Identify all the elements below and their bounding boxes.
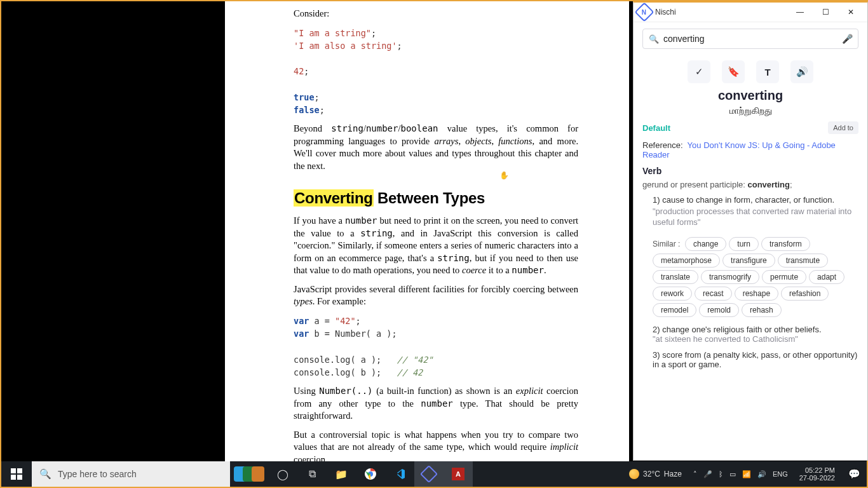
weather-temp: 32°C [643,470,660,478]
similar-chip[interactable]: adapt [809,270,844,284]
taskbar: 🔍 Type here to search ◯ ⧉ 📁 A 32°C Haze … [1,461,867,487]
news-widget[interactable] [230,466,268,482]
part-of-speech: Verb [642,166,858,176]
bluetooth-icon[interactable]: ᛒ [719,470,723,478]
audio-button[interactable]: 🔊 [790,60,813,83]
app-logo-icon: N [634,2,654,22]
paragraph: Consider: [294,8,578,20]
weather-icon [629,469,639,479]
close-button[interactable]: ✕ [838,3,864,21]
search-box[interactable]: 🔍 🎤 [642,29,858,49]
chrome-icon[interactable] [356,461,385,487]
left-gutter [1,1,225,463]
search-icon: 🔍 [39,468,51,480]
similar-chip[interactable]: remold [699,303,739,317]
similar-chip[interactable]: refashion [781,287,829,301]
adobe-reader-icon[interactable]: A [444,461,473,487]
similar-chip[interactable]: remodel [653,303,696,317]
similar-chip[interactable]: translate [653,270,698,284]
paragraph: Beyond string/number/boolean value types… [294,123,578,172]
notifications-icon[interactable]: 💬 [841,468,867,480]
text-mode-button[interactable]: T [756,60,779,83]
clock-date: 27-09-2022 [799,474,835,482]
similar-chip[interactable]: transmute [778,254,828,268]
language-indicator[interactable]: ENG [773,470,788,478]
definition-2: 2) change one's religious faith or other… [642,325,858,344]
definition-body: Reference: You Don't Know JS: Up & Going… [634,134,867,372]
mic-icon[interactable]: 🎤 [841,34,853,44]
bookmark-button[interactable]: 🔖 [722,60,745,83]
highlighted-text: Converting [294,189,374,207]
taskbar-search[interactable]: 🔍 Type here to search [32,461,230,487]
list-selector[interactable]: Default [642,123,670,133]
wifi-icon[interactable]: 📶 [742,470,751,478]
similar-label: Similar : [653,240,680,248]
nischi-taskbar-icon[interactable] [414,461,444,487]
similar-chip[interactable]: recast [695,287,732,301]
system-tray: 32°C Haze ˄ 🎤 ᛒ ▭ 📶 🔊 ENG 05:22 PM 27-09… [623,461,867,487]
vscode-icon[interactable] [385,461,414,487]
transliteration: மாற்றுகிறது [634,105,867,116]
code-block: "I am a string"; 'I am also a string'; 4… [294,27,578,117]
cortana-icon[interactable]: ◯ [268,461,297,487]
volume-icon[interactable]: 🔊 [757,470,766,478]
similar-chip[interactable]: reshape [735,287,778,301]
battery-icon[interactable]: ▭ [729,470,736,478]
similar-chip[interactable]: rework [653,287,692,301]
paragraph: Using Number(..) (a built-in function) a… [294,385,578,423]
weather-cond: Haze [664,470,682,478]
explorer-icon[interactable]: 📁 [327,461,356,487]
similar-chip[interactable]: transfigure [722,254,775,268]
definition-3: 3) score from (a penalty kick, pass, or … [642,350,858,369]
similar-chip[interactable]: transform [761,237,810,251]
section-heading: Converting Between Types [294,188,578,208]
chevron-up-icon[interactable]: ˄ [693,470,697,478]
search-input[interactable] [660,33,841,44]
clock[interactable]: 05:22 PM 27-09-2022 [793,466,841,482]
add-to-button[interactable]: Add to [828,121,858,134]
app-title: Nischi [655,8,787,17]
mark-known-button[interactable]: ✓ [688,60,710,83]
windows-icon [11,468,22,480]
taskview-icon[interactable]: ⧉ [297,461,327,487]
paragraph: But a controversial topic is what happen… [294,429,578,463]
document-page[interactable]: Consider: "I am a string"; 'I am also a … [225,1,629,463]
titlebar[interactable]: N Nischi — ☐ ✕ [634,3,867,22]
similar-chip[interactable]: permute [762,270,806,284]
similar-chip[interactable]: metamorphose [653,254,720,268]
minimize-button[interactable]: — [787,3,813,21]
similar-chip[interactable]: transmogrify [701,270,759,284]
grammar-note: gerund or present participle: converting… [642,180,858,189]
nischi-panel: N Nischi — ☐ ✕ 🔍 🎤 ✓ 🔖 T 🔊 converting மா… [633,1,868,461]
similar-chip[interactable]: rehash [742,303,782,317]
clock-time: 05:22 PM [805,466,835,474]
code-block: var a = "42"; var b = Number( a ); conso… [294,315,578,379]
search-icon: 🔍 [648,34,660,44]
taskbar-apps: ◯ ⧉ 📁 A [268,461,473,487]
hand-cursor-icon: ✋ [499,171,509,180]
reference-label: Reference: [642,140,683,150]
weather-widget[interactable]: 32°C Haze [623,469,688,479]
start-button[interactable] [1,461,32,487]
similar-chip[interactable]: turn [729,237,759,251]
headword: converting [634,88,867,103]
definition-1: 1) cause to change in form, character, o… [642,194,858,228]
similar-chip[interactable]: change [685,237,726,251]
paragraph: If you have a number but need to print i… [294,215,578,277]
mic-tray-icon[interactable]: 🎤 [703,470,712,478]
similar-words: Similar : changeturntransformmetamorphos… [642,234,858,317]
maximize-button[interactable]: ☐ [813,3,838,21]
paragraph: JavaScript provides several different fa… [294,283,578,308]
action-row: ✓ 🔖 T 🔊 [634,60,867,83]
search-placeholder: Type here to search [58,469,137,479]
